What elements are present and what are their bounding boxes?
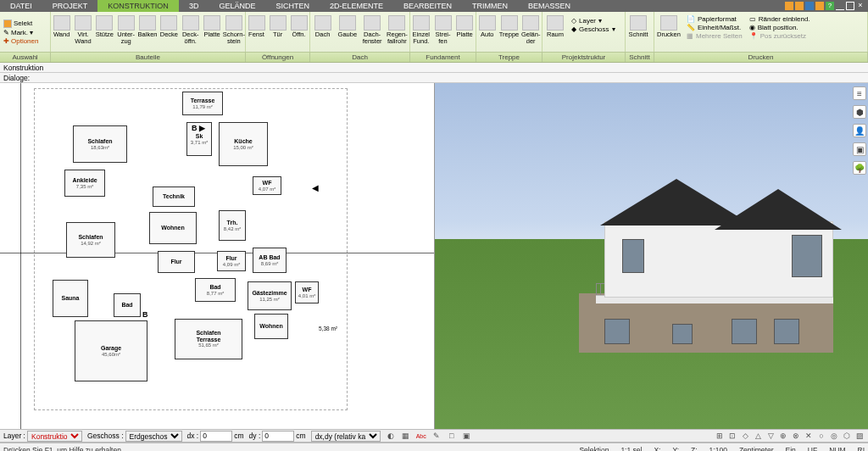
menu-tab-2d-elemente[interactable]: 2D-ELEMENTE bbox=[320, 0, 393, 12]
minimize-icon[interactable] bbox=[836, 2, 844, 10]
snap-icon-9[interactable]: ○ bbox=[816, 431, 826, 441]
room-wf[interactable]: WF4,01 m² bbox=[295, 281, 319, 303]
tool-icon-2[interactable]: ▦ bbox=[401, 431, 411, 441]
menu-tab-datei[interactable]: DATEI bbox=[0, 0, 42, 12]
layers-icon[interactable]: ≡ bbox=[853, 86, 866, 100]
pos-zuruecksetz-button[interactable]: 📍 Pos zurücksetz bbox=[749, 32, 810, 40]
abc-icon[interactable]: Abc bbox=[416, 433, 426, 439]
snap-icon-6[interactable]: ⊕ bbox=[778, 431, 788, 441]
auto-button[interactable]: Auto bbox=[476, 14, 498, 38]
streifen-button[interactable]: Strei-fen bbox=[432, 14, 454, 45]
room-küche[interactable]: Küche15,00 m² bbox=[219, 122, 268, 166]
mark-button[interactable]: ✎ Mark. ▾ bbox=[3, 29, 47, 36]
room-sauna[interactable]: Sauna bbox=[53, 280, 88, 317]
drucken-button[interactable]: Drucken bbox=[654, 14, 683, 38]
menu-tab-trimmen[interactable]: TRIMMEN bbox=[462, 0, 518, 12]
layer-select[interactable]: Konstruktio bbox=[27, 431, 82, 442]
person-icon[interactable]: 👤 bbox=[853, 124, 866, 137]
titlebar-icon-4[interactable] bbox=[815, 2, 824, 10]
platte-button[interactable]: Platte bbox=[201, 14, 222, 38]
wand-button[interactable]: Wand bbox=[51, 14, 72, 38]
einheit-button[interactable]: 📏 Einheit/Maßst. bbox=[687, 24, 743, 31]
menu-tab-gelaende[interactable]: GELÄNDE bbox=[209, 0, 265, 12]
dachfenster-button[interactable]: Dach-fenster bbox=[360, 14, 385, 45]
2d-view[interactable]: Terrasse11,79 m²Schlafen18,63m²Sk3,71 m²… bbox=[0, 83, 435, 429]
tool-icon-1[interactable]: ◐ bbox=[386, 431, 396, 441]
schornstein-button[interactable]: Schorn-stein bbox=[223, 14, 245, 45]
room-schlafen[interactable]: Schlafen14,92 m² bbox=[66, 222, 115, 258]
room-bad[interactable]: Bad bbox=[114, 293, 141, 317]
dach-button[interactable]: Dach bbox=[310, 14, 335, 38]
help-icon[interactable]: ? bbox=[826, 2, 834, 10]
room-bad[interactable]: Bad8,77 m² bbox=[195, 278, 236, 302]
snap-icon-3[interactable]: ◇ bbox=[740, 431, 750, 441]
menu-tab-sichten[interactable]: SICHTEN bbox=[265, 0, 320, 12]
unterzug-button[interactable]: Unter-zug bbox=[115, 14, 136, 45]
balken-button[interactable]: Balken bbox=[136, 14, 158, 38]
einzelfund-button[interactable]: EinzelFund. bbox=[410, 14, 432, 45]
menu-tab-bearbeiten[interactable]: BEARBEITEN bbox=[393, 0, 462, 12]
layer-toggle[interactable]: ◇ Layer ▾ bbox=[571, 17, 615, 25]
snap-icon-12[interactable]: ▨ bbox=[854, 431, 865, 441]
snap-icon-2[interactable]: ⊡ bbox=[727, 431, 737, 441]
room-ankleide[interactable]: Ankleide7,35 m² bbox=[64, 170, 105, 197]
room-schlafen-terrasse[interactable]: SchlafenTerrasse51,65 m² bbox=[175, 319, 242, 359]
raum-button[interactable]: Raum bbox=[542, 14, 568, 38]
stuetze-button[interactable]: Stütze bbox=[94, 14, 115, 38]
gaube-button[interactable]: Gaube bbox=[335, 14, 359, 38]
treppe-button[interactable]: Treppe bbox=[498, 14, 520, 38]
titlebar-icon-1[interactable] bbox=[785, 2, 793, 10]
fenster-button[interactable]: Fenst bbox=[246, 14, 267, 38]
tool-icon-4[interactable]: □ bbox=[447, 431, 457, 441]
coord-mode-select[interactable]: dx,dy (relativ ka bbox=[311, 431, 381, 442]
room-ab-bad[interactable]: AB Bad8,69 m² bbox=[253, 248, 287, 273]
snap-icon-4[interactable]: △ bbox=[753, 431, 763, 441]
menu-tab-konstruktion[interactable]: KONSTRUKTION bbox=[97, 0, 179, 12]
close-icon[interactable]: × bbox=[856, 2, 865, 10]
gelaender-button[interactable]: Gelän-der bbox=[520, 14, 542, 45]
room-technik[interactable]: Technik bbox=[153, 187, 195, 207]
snap-icon-5[interactable]: ▽ bbox=[765, 431, 776, 441]
room-wf[interactable]: WF4,07 m² bbox=[253, 176, 281, 195]
snap-icon-8[interactable]: ✕ bbox=[804, 431, 814, 441]
room-gästezimme[interactable]: Gästezimme11,25 m² bbox=[248, 281, 292, 310]
room-schlafen[interactable]: Schlafen18,63m² bbox=[73, 125, 127, 163]
selekt-button[interactable]: Selekt bbox=[3, 19, 47, 28]
deckoeffn-button[interactable]: Deck-öffn. bbox=[180, 14, 201, 45]
room-flur[interactable]: Flur bbox=[158, 251, 195, 273]
room-trh.[interactable]: Trh.8,42 m² bbox=[219, 210, 246, 241]
room-wohnen[interactable]: Wohnen bbox=[149, 212, 197, 244]
decke-button[interactable]: Decke bbox=[159, 14, 180, 38]
snap-icon-10[interactable]: ◎ bbox=[829, 431, 839, 441]
room-flur[interactable]: Flur4,09 m² bbox=[217, 251, 246, 271]
3d-icon[interactable]: ⬢ bbox=[853, 105, 866, 119]
cube-icon[interactable]: ▣ bbox=[853, 142, 866, 156]
oeffnung-button[interactable]: Öffn. bbox=[288, 14, 309, 38]
tool-icon-3[interactable]: ✎ bbox=[431, 431, 442, 441]
papierformat-button[interactable]: 📄 Papierformat bbox=[687, 15, 743, 23]
room-terrasse[interactable]: Terrasse11,79 m² bbox=[182, 92, 223, 115]
geschoss-toggle[interactable]: ◆ Geschoss ▾ bbox=[571, 25, 615, 33]
tuer-button[interactable]: Tür bbox=[267, 14, 288, 38]
menu-tab-bemassen[interactable]: BEMASSEN bbox=[518, 0, 581, 12]
raender-button[interactable]: ▭ Ränder einblend. bbox=[749, 15, 810, 23]
dx-input[interactable] bbox=[200, 431, 232, 442]
menu-tab-projekt[interactable]: PROJEKT bbox=[42, 0, 98, 12]
geschoss-select[interactable]: Erdgeschos bbox=[125, 431, 182, 442]
titlebar-icon-2[interactable] bbox=[795, 2, 804, 10]
regenfallrohr-button[interactable]: Regen-fallrohr bbox=[385, 14, 409, 45]
mehrere-seiten-button[interactable]: ▦ Mehrere Seiten bbox=[687, 32, 743, 40]
tool-icon-5[interactable]: ▣ bbox=[462, 431, 472, 441]
snap-icon-1[interactable]: ⊞ bbox=[715, 431, 725, 441]
blatt-position-button[interactable]: ◉ Blatt position. bbox=[749, 24, 810, 31]
room-garage[interactable]: Garage45,60m² bbox=[75, 320, 147, 381]
tree-icon[interactable]: 🌳 bbox=[853, 161, 866, 175]
dy-input[interactable] bbox=[262, 431, 294, 442]
schnitt-button[interactable]: Schnitt bbox=[626, 14, 651, 38]
titlebar-icon-3[interactable] bbox=[805, 2, 814, 10]
snap-icon-7[interactable]: ⊗ bbox=[791, 431, 801, 441]
virt-wand-button[interactable]: Virt.Wand bbox=[72, 14, 93, 45]
maximize-icon[interactable] bbox=[846, 2, 854, 10]
3d-view[interactable]: ≡ ⬢ 👤 ▣ 🌳 bbox=[435, 83, 869, 429]
platte-fund-button[interactable]: Platte bbox=[453, 14, 476, 38]
